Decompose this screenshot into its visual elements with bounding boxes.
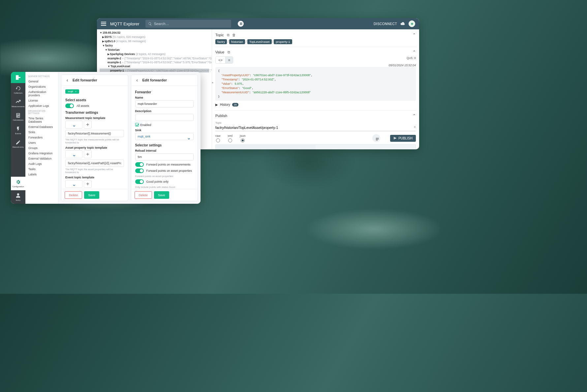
tree-root[interactable]: 159.65.204.52 <box>103 31 120 34</box>
brand-logo[interactable] <box>11 72 25 83</box>
tree-node[interactable]: factry <box>105 44 113 47</box>
crumb-chip[interactable]: factry <box>215 39 227 44</box>
rail-configuration[interactable]: Configuration <box>11 177 25 190</box>
sidebar-item[interactable]: External Validation <box>25 156 58 161</box>
forward-asset-props-toggle[interactable] <box>135 168 144 173</box>
back-icon[interactable]: ‹ <box>65 77 70 83</box>
sidebar-item[interactable]: Users <box>25 140 58 145</box>
asset-topic-input[interactable] <box>65 160 124 167</box>
template-dropdown[interactable]: ⌄ <box>65 121 82 129</box>
sink-label: Sink <box>135 129 194 132</box>
copy-icon[interactable]: ⧉ <box>227 50 231 54</box>
sidebar-item[interactable]: Audit Logs <box>25 161 58 166</box>
sidebar-item[interactable]: Organizations <box>25 84 58 89</box>
rail-collectors[interactable]: Collectors <box>11 83 25 97</box>
sidebar-item[interactable]: Sinks <box>25 130 58 135</box>
add-button[interactable]: + <box>84 121 92 129</box>
tree-node[interactable]: example-2 example-2 = {"Timestamp":"2024… <box>100 56 209 60</box>
disconnect-button[interactable]: DISCONNECT <box>374 22 397 26</box>
edit-forwarder-panel-right: ‹ Edit forwarder Forwarder Name Descript… <box>131 75 198 201</box>
tree-node[interactable]: spBv1.0 <box>105 40 115 43</box>
back-icon[interactable]: ‹ <box>135 77 140 83</box>
qos-label: QoS: 0 <box>407 56 416 60</box>
description-input[interactable] <box>135 114 194 121</box>
tree-node[interactable]: historian <box>108 48 120 51</box>
template-dropdown[interactable]: ⌄ <box>65 180 82 188</box>
sidebar-item[interactable]: License <box>25 98 58 103</box>
tree-node[interactable]: Sparkplug Devices <box>110 52 135 56</box>
tree-node[interactable]: $SYS <box>105 35 112 39</box>
pause-button[interactable] <box>238 21 244 27</box>
sidebar-item[interactable]: Time Series Databases <box>25 116 58 124</box>
publish-topic-input[interactable] <box>215 124 416 131</box>
all-assets-toggle[interactable] <box>65 104 74 108</box>
sidebar-item[interactable]: Authentication providers <box>25 89 58 98</box>
meas-topic-hint: The MQTT topic the measurements points w… <box>65 138 124 144</box>
format-json[interactable]: json <box>240 134 245 142</box>
tree-node[interactable]: example-1 = {"Timestamp":"2024-01-05T14:… <box>100 60 209 64</box>
sidebar-group-header: ORGANIZATION SETTINGS <box>25 108 58 116</box>
enabled-checkbox[interactable] <box>135 123 139 127</box>
publish-topic-label: Topic <box>215 121 416 124</box>
expand-icon[interactable]: ▶ <box>215 103 218 106</box>
save-button[interactable]: Save <box>154 191 169 199</box>
search-field[interactable] <box>145 20 231 28</box>
rail-calculations[interactable]: Calculations <box>11 110 25 124</box>
copy-icon[interactable]: ⧉ <box>227 33 230 37</box>
rail-user[interactable]: factry <box>11 190 25 204</box>
user-avatar[interactable] <box>409 20 415 27</box>
toggle-label: Forward points on asset properties <box>146 169 192 172</box>
good-points-toggle[interactable] <box>135 179 144 184</box>
collapse-icon[interactable]: ⌃ <box>413 33 416 37</box>
timestamp: 05/01/2024 15:52:04 <box>388 64 416 67</box>
format-raw[interactable]: raw <box>215 134 220 142</box>
value-view-toggle[interactable]: <> ≡ <box>215 56 233 64</box>
sidebar-item[interactable]: Forwarders <box>25 135 58 140</box>
sidebar-item[interactable]: Application Logs <box>25 103 58 108</box>
sidebar-item[interactable]: Tasks <box>25 166 58 172</box>
collapse-icon[interactable]: ⌃ <box>413 50 416 54</box>
sidebar-item[interactable]: General <box>25 79 58 84</box>
name-input[interactable] <box>135 100 194 107</box>
history-label[interactable]: History <box>220 103 230 106</box>
save-button[interactable]: Save <box>84 191 99 199</box>
rail-manual-entry[interactable]: Manual entry <box>11 137 25 151</box>
view-formatted-button[interactable]: ≡ <box>226 57 233 63</box>
delete-button[interactable]: Delete <box>135 191 152 199</box>
delete-button[interactable]: Delete <box>65 191 82 199</box>
crumb-chip[interactable]: TopLevelAsset <box>247 39 272 44</box>
sink-tag[interactable]: mqtt× <box>65 89 79 94</box>
add-button[interactable]: + <box>84 180 92 188</box>
sidebar-item[interactable]: Groups <box>25 145 58 151</box>
settings-sidebar: SERVER SETTINGS General Organizations Au… <box>25 72 58 204</box>
meas-topic-input[interactable] <box>65 130 124 137</box>
publish-section-label: Publish <box>215 114 227 118</box>
forward-measurements-toggle[interactable] <box>135 162 144 167</box>
enabled-label: Enabled <box>140 123 151 127</box>
reload-label: Reload interval <box>135 149 194 152</box>
format-xml[interactable]: xml <box>228 134 232 142</box>
add-button[interactable]: + <box>84 150 92 158</box>
tree-node[interactable]: TopLevelAsset <box>110 65 130 68</box>
collapse-icon[interactable]: ⌃ <box>413 113 416 118</box>
publish-button[interactable]: PUBLISH <box>390 135 416 142</box>
delete-icon[interactable]: 🗑 <box>232 33 236 37</box>
format-icon[interactable] <box>372 134 380 142</box>
rail-measurements[interactable]: Measurements <box>11 97 25 110</box>
menu-icon[interactable] <box>101 22 106 26</box>
toggle-label: Good points only <box>146 180 169 183</box>
template-dropdown[interactable]: ⌄ <box>65 150 82 158</box>
sidebar-item[interactable]: External Databases <box>25 124 58 130</box>
clear-icon[interactable]: × <box>414 125 416 129</box>
rail-events[interactable]: Events <box>11 124 25 137</box>
crumb-chip[interactable]: property-1 <box>274 39 292 44</box>
sink-select[interactable] <box>135 133 194 140</box>
publish-payload-editor[interactable] <box>215 144 416 149</box>
sidebar-item[interactable]: Grafana Integration <box>25 151 58 156</box>
sidebar-item[interactable]: Labels <box>25 172 58 177</box>
event-topic-label: Event topic template <box>65 176 124 179</box>
view-code-button[interactable]: <> <box>216 57 226 63</box>
crumb-chip[interactable]: historian <box>229 39 245 44</box>
search-input[interactable] <box>154 22 229 26</box>
reload-input[interactable] <box>135 153 194 161</box>
